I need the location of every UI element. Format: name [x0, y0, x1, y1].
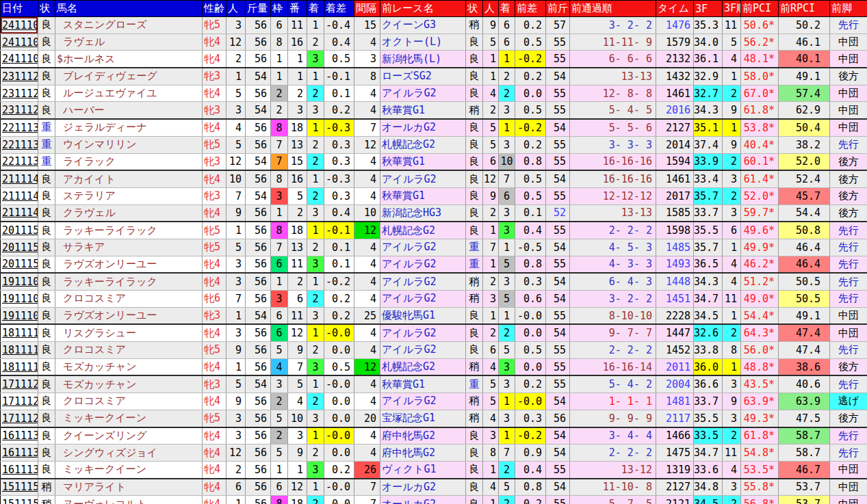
- horse-name-cell[interactable]: ラッキーライラック: [55, 273, 203, 290]
- prev-weight-cell[interactable]: 52: [546, 204, 570, 222]
- prev-margin-cell[interactable]: 0.2: [515, 68, 546, 85]
- prev-race-name-cell[interactable]: アイルラG2: [380, 239, 466, 256]
- popularity-cell[interactable]: 10: [227, 170, 246, 187]
- prev-pci-cell[interactable]: 54.8*: [741, 445, 779, 462]
- prev-finish-cell[interactable]: 1: [499, 307, 515, 324]
- prev-rpci-cell[interactable]: 38.6: [779, 358, 830, 375]
- prev-rpci-cell[interactable]: 47.4: [779, 324, 830, 341]
- track-condition-cell[interactable]: 良: [38, 273, 55, 290]
- prev-finish-cell[interactable]: 5: [499, 291, 515, 308]
- prev-pci-cell[interactable]: 53.8*: [741, 119, 779, 136]
- prev-race-name-cell[interactable]: クイーンG3: [380, 17, 466, 34]
- prev-race-name-cell[interactable]: 府中牝馬G2: [380, 427, 466, 445]
- popularity-cell[interactable]: 1: [227, 68, 246, 85]
- prev-running-style-cell[interactable]: 先行: [830, 273, 867, 290]
- prev-time-cell[interactable]: 2121: [656, 496, 694, 504]
- finish-margin-cell[interactable]: 0.3: [324, 153, 354, 170]
- prev-passing-order-cell[interactable]: 3- 4- 4: [570, 427, 656, 445]
- weeks-interval-cell[interactable]: 12: [354, 358, 380, 375]
- prev-rpci-cell[interactable]: 50.4: [779, 119, 830, 136]
- prev-popularity-cell[interactable]: 1: [483, 307, 499, 324]
- horse-number-cell[interactable]: 9: [288, 342, 307, 359]
- prev-running-style-cell[interactable]: 後方: [830, 170, 867, 187]
- horse-number-cell[interactable]: 4: [288, 393, 307, 410]
- date-cell[interactable]: 241110: [1, 51, 38, 68]
- track-condition-cell[interactable]: 良: [38, 375, 55, 393]
- prev-passing-order-cell[interactable]: 11-11- 9: [570, 34, 656, 51]
- finish-margin-cell[interactable]: -0.0: [324, 479, 354, 496]
- sex-age-cell[interactable]: 牝4: [203, 170, 227, 187]
- frame-number-cell[interactable]: 5: [271, 342, 288, 359]
- track-condition-cell[interactable]: 良: [38, 85, 55, 102]
- finish-position-cell[interactable]: 2: [307, 445, 324, 462]
- prev-margin-cell[interactable]: -0.2: [515, 119, 546, 136]
- prev-passing-order-cell[interactable]: 5- 4- 5: [570, 102, 656, 119]
- frame-number-cell[interactable]: 8: [271, 119, 288, 136]
- date-cell[interactable]: 231112: [1, 68, 38, 85]
- prev-condition-cell[interactable]: 良: [466, 342, 483, 359]
- last-3f-rank-cell[interactable]: 9: [723, 102, 741, 119]
- sex-age-cell[interactable]: 牝4: [203, 496, 227, 504]
- prev-race-name-cell[interactable]: 優駿牝馬G1: [380, 307, 466, 324]
- date-cell[interactable]: 181111: [1, 324, 38, 341]
- horse-name-cell[interactable]: モズカッチャン: [55, 358, 203, 375]
- finish-position-cell[interactable]: 3: [307, 102, 324, 119]
- prev-time-cell[interactable]: 1598: [656, 222, 694, 239]
- finish-position-cell[interactable]: 1: [307, 324, 324, 341]
- prev-condition-cell[interactable]: 良: [466, 479, 483, 496]
- horse-name-cell[interactable]: クロコスミア: [55, 291, 203, 308]
- horse-number-cell[interactable]: 16: [288, 34, 307, 51]
- date-cell[interactable]: 191110: [1, 273, 38, 290]
- popularity-cell[interactable]: 2: [227, 461, 246, 478]
- popularity-cell[interactable]: 9: [227, 204, 246, 222]
- finish-margin-cell[interactable]: 0.3: [324, 136, 354, 153]
- prev-running-style-cell[interactable]: 先行: [830, 291, 867, 308]
- prev-race-name-cell[interactable]: 新潟記念HG3: [380, 204, 466, 222]
- prev-rpci-cell[interactable]: 57.4: [779, 85, 830, 102]
- prev-popularity-cell[interactable]: 6: [483, 153, 499, 170]
- weeks-interval-cell[interactable]: 4: [354, 445, 380, 462]
- date-cell[interactable]: 221113: [1, 153, 38, 170]
- popularity-cell[interactable]: 4: [227, 119, 246, 136]
- prev-condition-cell[interactable]: 稍: [466, 273, 483, 290]
- frame-number-cell[interactable]: 1: [271, 461, 288, 478]
- frame-number-cell[interactable]: 3: [271, 291, 288, 308]
- finish-position-cell[interactable]: 2: [307, 153, 324, 170]
- prev-weight-cell[interactable]: 55: [546, 136, 570, 153]
- prev-passing-order-cell[interactable]: 13-13: [570, 204, 656, 222]
- prev-pci-cell[interactable]: 56.2*: [741, 34, 779, 51]
- prev-pci-cell[interactable]: 63.9*: [741, 393, 779, 410]
- carried-weight-cell[interactable]: 56: [246, 358, 271, 375]
- last-3f-time-cell[interactable]: 34.3: [694, 273, 723, 290]
- sex-age-cell[interactable]: 牝3: [203, 68, 227, 85]
- prev-passing-order-cell[interactable]: 4- 3- 3: [570, 256, 656, 273]
- carried-weight-cell[interactable]: 56: [246, 51, 271, 68]
- finish-margin-cell[interactable]: 0.0: [324, 445, 354, 462]
- prev-passing-order-cell[interactable]: 16-16-16: [570, 153, 656, 170]
- prev-finish-cell[interactable]: 5: [499, 479, 515, 496]
- prev-running-style-cell[interactable]: 中団: [830, 119, 867, 136]
- carried-weight-cell[interactable]: 56: [246, 136, 271, 153]
- prev-popularity-cell[interactable]: 3: [483, 291, 499, 308]
- prev-passing-order-cell[interactable]: 1- 1- 1: [570, 393, 656, 410]
- prev-weight-cell[interactable]: 54: [546, 393, 570, 410]
- prev-finish-cell[interactable]: 1: [499, 119, 515, 136]
- popularity-cell[interactable]: 12: [227, 34, 246, 51]
- weeks-interval-cell[interactable]: 25: [354, 307, 380, 324]
- last-3f-time-cell[interactable]: 34.5: [694, 496, 723, 504]
- horse-name-cell[interactable]: ジェラルディーナ: [55, 119, 203, 136]
- prev-passing-order-cell[interactable]: 9- 9- 9: [570, 410, 656, 427]
- prev-passing-order-cell[interactable]: 2- 2- 2: [570, 445, 656, 462]
- prev-finish-cell[interactable]: 1: [499, 427, 515, 445]
- finish-position-cell[interactable]: 1: [307, 119, 324, 136]
- horse-number-cell[interactable]: 15: [288, 153, 307, 170]
- prev-margin-cell[interactable]: 0.8: [515, 256, 546, 273]
- prev-race-name-cell[interactable]: アイルラG2: [380, 324, 466, 341]
- horse-name-cell[interactable]: $ホールネス: [55, 51, 203, 68]
- prev-time-cell[interactable]: 1447: [656, 324, 694, 341]
- sex-age-cell[interactable]: 牝4: [203, 445, 227, 462]
- prev-pci-cell[interactable]: 40.4*: [741, 136, 779, 153]
- prev-rpci-cell[interactable]: 49.1: [779, 307, 830, 324]
- last-3f-time-cell[interactable]: 34.7: [694, 445, 723, 462]
- track-condition-cell[interactable]: 良: [38, 68, 55, 85]
